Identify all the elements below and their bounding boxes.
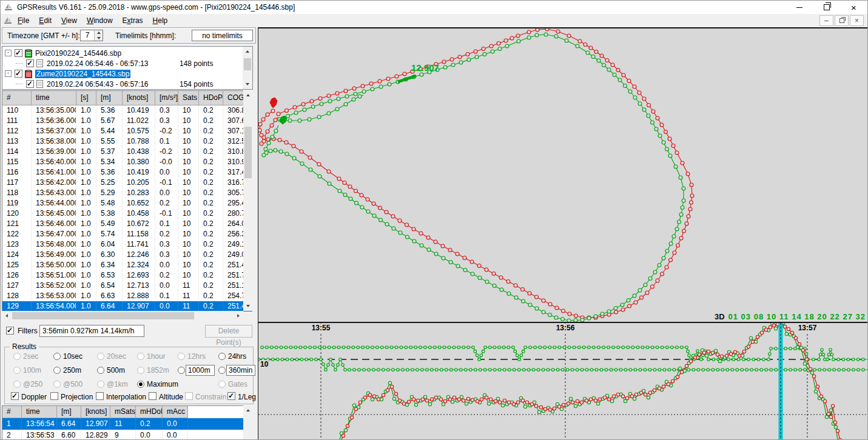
expander-icon[interactable]: -	[5, 70, 12, 77]
column-header[interactable]: [m/s²]	[155, 91, 178, 105]
filters-checkbox[interactable]	[6, 327, 14, 335]
column-header[interactable]: [s]	[76, 91, 96, 105]
column-header[interactable]: mAcc	[163, 406, 188, 418]
close-button[interactable]: ×	[840, 1, 867, 14]
menu-item-file[interactable]: File	[13, 14, 34, 27]
column-header[interactable]: Sats	[178, 91, 199, 105]
column-header[interactable]: [m]	[57, 406, 81, 418]
speed-chart-canvas[interactable]	[258, 323, 868, 440]
tree-row[interactable]: -Zume20190224_145443.sbp	[2, 68, 243, 79]
column-header[interactable]: HDoP	[199, 91, 223, 105]
table-row[interactable]: 12613:56:51.0001.06.5312.6930.2100.2251.…	[2, 270, 252, 281]
table-row[interactable]: 12713:56:52.0001.06.5412.7130.0110.2251.…	[2, 281, 252, 291]
tree-row[interactable]: 2019.02.24 06:54:43 - 06:57:16154 points	[2, 79, 243, 89]
table-row[interactable]: 12813:56:53.0001.06.6312.8880.1110.2254.…	[2, 291, 252, 301]
table-hscrollbar[interactable]	[2, 311, 243, 321]
column-header[interactable]: time	[32, 91, 76, 105]
input-360min[interactable]	[226, 365, 255, 376]
radio-360min[interactable]	[218, 367, 226, 374]
menu-item-extras[interactable]: Extras	[118, 14, 148, 27]
tree-row[interactable]: -Pixi20190224_145446.sbp	[2, 48, 243, 58]
tree-item-label[interactable]: 2019.02.24 06:54:46 - 06:57:13	[47, 59, 148, 68]
table-row[interactable]: 11013:56:35.0001.05.3610.4190.3100.2306.…	[2, 105, 252, 116]
checkbox-1leg[interactable]	[227, 392, 235, 400]
table-row[interactable]: 12413:56:49.0001.06.3012.2460.3100.2249.…	[2, 250, 252, 260]
column-header[interactable]: mHDoP	[136, 406, 163, 418]
tree-item-label[interactable]: Zume20190224_145443.sbp	[35, 70, 130, 78]
table-row[interactable]: 11213:56:37.0001.05.4410.575-0.2100.2307…	[2, 126, 252, 136]
timelimits-field[interactable]: no timelimits	[192, 30, 253, 41]
mdi-restore-button[interactable]	[835, 15, 849, 26]
minimize-button[interactable]	[786, 1, 813, 14]
input-1000m[interactable]	[186, 365, 215, 376]
tree-checkbox[interactable]	[15, 49, 22, 57]
spinner-down-button[interactable]	[95, 36, 103, 41]
speed-chart[interactable]: 13:5513:5613:57 10	[258, 322, 868, 440]
scrollbar-thumb[interactable]	[12, 312, 194, 319]
table-header[interactable]: #time[s][m][knots][m/s²]SatsHDoPCOG	[2, 91, 252, 105]
checkbox-altitude[interactable]	[149, 392, 156, 400]
table-row[interactable]: 12913:56:54.0001.06.6412.9070.0110.2251.…	[2, 301, 252, 312]
scrollbar-thumb[interactable]	[244, 127, 252, 178]
table-row[interactable]: 113:56:546.6412.907110.20.0	[2, 418, 252, 430]
column-header[interactable]: #	[2, 91, 32, 105]
column-header[interactable]: #	[2, 406, 22, 418]
tree-checkbox[interactable]	[26, 80, 34, 88]
tree-item-label[interactable]: 2019.02.24 06:54:43 - 06:57:16	[47, 80, 148, 88]
column-header[interactable]: [knots]	[123, 91, 155, 105]
restore-button[interactable]	[813, 1, 840, 14]
mdi-minimize-button[interactable]	[819, 15, 833, 26]
scroll-left-button[interactable]	[2, 311, 12, 321]
table-row[interactable]: 11313:56:38.0001.05.5510.7880.1100.2312.…	[2, 136, 252, 147]
menu-item-window[interactable]: Window	[82, 14, 118, 27]
radio-500m[interactable]	[97, 367, 104, 374]
column-header[interactable]: mSats	[110, 406, 136, 418]
expander-icon[interactable]: -	[5, 50, 12, 56]
tree-row[interactable]: 2019.02.24 06:54:46 - 06:57:13148 points	[2, 58, 243, 68]
scroll-up-button[interactable]	[243, 47, 252, 56]
track-plot-canvas[interactable]	[258, 28, 868, 322]
table-row[interactable]: 11113:56:36.0001.05.6711.0220.3100.2307.…	[2, 116, 252, 126]
table-row[interactable]: 11913:56:44.0001.05.4810.6520.2100.2295.…	[2, 198, 252, 208]
table-row[interactable]: 11713:56:42.0001.05.2510.205-0.1100.2316…	[2, 178, 252, 188]
checkbox-doppler[interactable]	[11, 392, 19, 400]
table-row[interactable]: 11613:56:41.0001.05.3610.4190.0100.2317.…	[2, 167, 252, 178]
tree-checkbox[interactable]	[26, 59, 34, 67]
table-row[interactable]: 12513:56:50.0001.06.3412.3240.0100.2251.…	[2, 260, 252, 270]
table-row[interactable]: 12213:56:47.0001.05.7411.1580.2100.2256.…	[2, 229, 252, 239]
radio-1000m[interactable]	[178, 367, 185, 374]
table-row[interactable]: 12113:56:46.0001.05.4910.6720.1100.2264.…	[2, 219, 252, 229]
menu-item-view[interactable]: View	[56, 14, 82, 27]
spinner-up-button[interactable]	[95, 30, 103, 36]
table-row[interactable]: 11813:56:43.0001.05.2910.2830.0100.2305.…	[2, 188, 252, 198]
timezone-spinner[interactable]: 7	[80, 30, 103, 41]
checkbox-projection[interactable]	[50, 392, 58, 400]
column-header[interactable]: [m]	[96, 91, 123, 105]
results-scrollbar[interactable]	[243, 405, 253, 440]
radio-10sec[interactable]	[53, 353, 61, 360]
checkbox-interpolation[interactable]	[96, 392, 104, 400]
track-plot[interactable]: 12.907 3D01 03 08 10 11 14 18 20 22 27 3…	[258, 27, 868, 322]
column-header[interactable]: time	[22, 406, 57, 418]
scroll-up-button[interactable]	[243, 405, 253, 415]
filters-input[interactable]	[39, 325, 144, 337]
menu-item-edit[interactable]: Edit	[34, 14, 56, 27]
scroll-down-button[interactable]	[243, 301, 253, 311]
column-header[interactable]: COG	[223, 91, 244, 105]
tree-scrollbar[interactable]	[243, 47, 252, 89]
mdi-close-button[interactable]: ×	[850, 15, 864, 26]
table-row[interactable]: 12013:56:45.0001.05.3810.458-0.1100.2280…	[2, 208, 252, 219]
table-row[interactable]: 213:56:536.6012.82990.00.0	[2, 430, 252, 440]
table-row[interactable]: 11413:56:39.0001.05.3710.438-0.2100.2310…	[2, 147, 252, 157]
scroll-up-button[interactable]	[243, 90, 253, 100]
tree-checkbox[interactable]	[15, 70, 22, 78]
table-row[interactable]: 12313:56:48.0001.06.0411.7410.3100.2249.…	[2, 239, 252, 250]
table-header[interactable]: #time[m][knots]mSatsmHDoPmAcc	[2, 406, 252, 418]
menu-item-help[interactable]: Help	[148, 14, 173, 27]
table-row[interactable]: 11513:56:40.0001.05.3410.380-0.0100.2310…	[2, 157, 252, 167]
column-header[interactable]: [knots]	[81, 406, 110, 418]
table-vscrollbar[interactable]	[243, 90, 253, 311]
radio-maximum[interactable]	[137, 381, 144, 388]
scroll-right-button[interactable]	[234, 311, 243, 321]
scroll-down-button[interactable]	[243, 79, 252, 89]
